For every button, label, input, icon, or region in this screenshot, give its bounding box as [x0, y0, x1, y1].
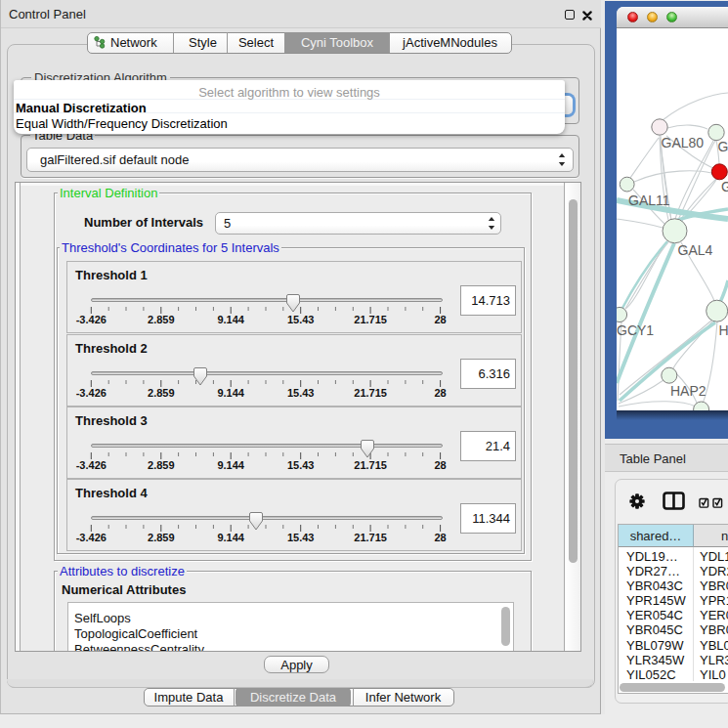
svg-text:GAL80: GAL80	[662, 135, 705, 150]
svg-text:GAL4: GAL4	[678, 242, 713, 258]
svg-text:GAL2: GAL2	[718, 139, 728, 154]
svg-text:GCY1: GCY1	[617, 322, 654, 338]
svg-text:HAP2: HAP2	[670, 383, 707, 399]
svg-text:GA: GA	[721, 179, 728, 194]
svg-text:GAL11: GAL11	[628, 193, 670, 208]
svg-text:HIS4: HIS4	[719, 322, 728, 338]
